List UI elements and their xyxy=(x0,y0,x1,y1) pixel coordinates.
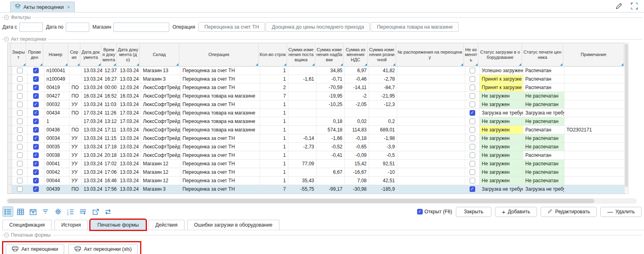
column-header-warehouse[interactable]: Склад xyxy=(140,43,179,66)
collapse-icon[interactable] xyxy=(4,37,9,42)
column-header-number[interactable]: Номер xyxy=(43,43,68,66)
collapse-icon[interactable] xyxy=(4,233,9,237)
closed-checkbox[interactable] xyxy=(17,93,23,99)
posted-checkbox[interactable] xyxy=(33,76,39,82)
horizontal-scrollbar[interactable] xyxy=(6,198,637,204)
column-header-sum_supplier[interactable]: Сумма изменения поставщика xyxy=(287,43,315,66)
posted-checkbox[interactable] xyxy=(33,102,39,107)
operation-filter-button-2[interactable]: Дооценка до цены последнего прихода xyxy=(266,22,370,32)
no_change-checkbox[interactable] xyxy=(470,102,475,107)
close-button[interactable]: Закрыть xyxy=(456,207,491,217)
table-row[interactable]: 00427ПО16.03.2416:5216.03.24ЛюксСофтТрей… xyxy=(8,92,625,100)
refresh-icon[interactable] xyxy=(103,206,113,217)
closed-checkbox[interactable] xyxy=(17,152,23,158)
open-f6-checkbox-box[interactable] xyxy=(417,209,423,214)
posted-checkbox[interactable] xyxy=(33,135,39,141)
operation-filter-button-3[interactable]: Переоценка товара на магазине xyxy=(371,22,459,32)
table-row[interactable]: 00034УУ13.03.2411:1513.03.24ЛюксСофтТрей… xyxy=(8,134,625,143)
column-filter-triangle-icon[interactable] xyxy=(475,63,478,66)
column-header-load_status[interactable]: Статус загрузки в оборудование xyxy=(478,43,522,66)
tab-akty-pereocenki[interactable]: Акты переоценки × xyxy=(10,2,75,12)
store-input[interactable] xyxy=(113,23,169,32)
table-row[interactable]: 00436ПО13.03.2417:1113.03.24ЛюксСофтТрей… xyxy=(8,126,625,134)
closed-checkbox[interactable] xyxy=(17,102,23,107)
column-filter-triangle-icon[interactable] xyxy=(519,63,521,66)
table-row[interactable]: п10004913.03.2416:2713.03.24Магазин 3Пер… xyxy=(8,75,625,83)
no_change-checkbox[interactable] xyxy=(470,152,475,158)
date-from-input[interactable] xyxy=(19,23,43,32)
operation-filter-button-1[interactable]: Переоценка за счет ТН xyxy=(198,22,265,32)
gear-icon[interactable] xyxy=(52,206,63,217)
posted-checkbox[interactable] xyxy=(33,68,39,73)
closed-checkbox[interactable] xyxy=(17,135,23,141)
numbered-list-icon[interactable]: 123 xyxy=(65,206,76,217)
table-row[interactable]: п10004113.03.2412:3713.03.24Магазин 13Пе… xyxy=(8,67,625,75)
column-header-sum_markup[interactable]: Сумма изменения надбавки xyxy=(315,43,344,66)
column-header-lines[interactable]: Кол-во строк xyxy=(259,43,287,66)
table-row[interactable]: 00041УУ13.03.2417:0213.03.24Магазин 12Пе… xyxy=(8,160,625,168)
column-header-no_change[interactable]: Не изменять xyxy=(464,43,478,66)
tab-печатные-формы[interactable]: Печатные формы xyxy=(90,220,146,230)
column-header-posted[interactable]: Проведен xyxy=(26,43,43,66)
tab-история[interactable]: История xyxy=(55,220,88,230)
posted-checkbox[interactable] xyxy=(33,169,39,175)
posted-checkbox[interactable] xyxy=(33,144,39,150)
column-header-operation[interactable]: Операция xyxy=(179,43,259,66)
table-row[interactable]: 00042УУ13.03.2417:0613.03.24Магазин 12Пе… xyxy=(8,168,625,177)
closed-checkbox[interactable] xyxy=(17,178,23,183)
closed-checkbox[interactable] xyxy=(17,161,23,167)
column-filter-triangle-icon[interactable] xyxy=(340,63,343,66)
posted-checkbox[interactable] xyxy=(33,93,39,99)
export-icon[interactable] xyxy=(90,206,101,217)
add-list-icon[interactable] xyxy=(78,206,88,217)
table-row[interactable]: 00032УУ13.03.2411:0313.03.24ЛюксСофтТрей… xyxy=(8,100,625,109)
table-row[interactable]: 00439ПО13.03.2417:5613.03.24Магазин 3Пер… xyxy=(8,185,625,194)
column-filter-triangle-icon[interactable] xyxy=(40,63,42,66)
tab-спецификация[interactable]: Спецификация xyxy=(2,220,52,230)
no_change-checkbox[interactable] xyxy=(470,76,475,82)
column-header-sum_vat[interactable]: Сумма изменения НДС xyxy=(344,43,368,66)
closed-checkbox[interactable] xyxy=(17,76,23,82)
add-button[interactable]: +Добавить xyxy=(495,207,537,217)
column-header-note[interactable]: Примечание xyxy=(563,43,624,66)
closed-checkbox[interactable] xyxy=(17,68,23,73)
column-filter-triangle-icon[interactable] xyxy=(113,63,116,66)
column-header-series[interactable]: Серия xyxy=(68,43,80,66)
no_change-checkbox[interactable] xyxy=(470,169,475,175)
closed-checkbox[interactable] xyxy=(17,119,23,124)
column-filter-triangle-icon[interactable] xyxy=(393,63,395,66)
no_change-checkbox[interactable] xyxy=(470,178,475,183)
column-header-order_no[interactable]: № распоряжения на переоценку xyxy=(396,43,464,66)
table-row[interactable]: 00038УУ13.03.2420:1813.03.24ЛюксСофтТрей… xyxy=(8,151,625,160)
table-row[interactable]: 117.03.2413:1217.03.24ЛюксСофтТрейд2Пере… xyxy=(8,117,625,126)
no_change-checkbox[interactable] xyxy=(470,85,475,90)
table-row[interactable]: 00044УУ13.03.2416:4613.03.24Магазин 12Пе… xyxy=(8,177,625,185)
tab-ошибки-загрузки-в-оборудование[interactable]: Ошибки загрузки в оборудование xyxy=(187,220,279,230)
posted-checkbox[interactable] xyxy=(33,85,39,90)
collapse-icon[interactable] xyxy=(4,15,9,20)
no_change-checkbox[interactable] xyxy=(470,93,475,99)
column-header-print_status[interactable]: Статус печати ценника xyxy=(522,43,563,66)
tab-действия[interactable]: Действия xyxy=(149,220,185,230)
closed-checkbox[interactable] xyxy=(17,85,23,90)
column-filter-triangle-icon[interactable] xyxy=(621,63,623,66)
column-header-doc_date[interactable]: Дата документа xyxy=(80,43,101,66)
no_change-checkbox[interactable] xyxy=(470,68,475,73)
column-header-sum_retail[interactable]: Сумма изменения розничной xyxy=(368,43,396,66)
edit-button[interactable]: Редактировать xyxy=(541,207,597,217)
list-view-icon[interactable] xyxy=(2,206,13,217)
column-header-closed[interactable]: Закрыт xyxy=(11,43,26,66)
date-to-input[interactable] xyxy=(66,23,89,32)
closed-checkbox[interactable] xyxy=(17,127,23,133)
no_change-checkbox[interactable] xyxy=(470,127,475,133)
vertical-scrollbar[interactable] xyxy=(624,43,629,194)
table-row[interactable]: 00419ПО13.03.2400:0012.03.24ЛюксСофтТрей… xyxy=(8,83,625,92)
table-grid-icon[interactable] xyxy=(15,206,26,217)
posted-checkbox[interactable] xyxy=(33,110,39,116)
closed-checkbox[interactable] xyxy=(17,186,23,192)
no_change-checkbox[interactable] xyxy=(470,110,475,116)
filter-icon[interactable] xyxy=(40,206,51,217)
column-filter-triangle-icon[interactable] xyxy=(461,63,463,66)
column-filter-triangle-icon[interactable] xyxy=(312,63,315,66)
open-f6-checkbox[interactable]: Открыт (F6) xyxy=(417,209,452,214)
